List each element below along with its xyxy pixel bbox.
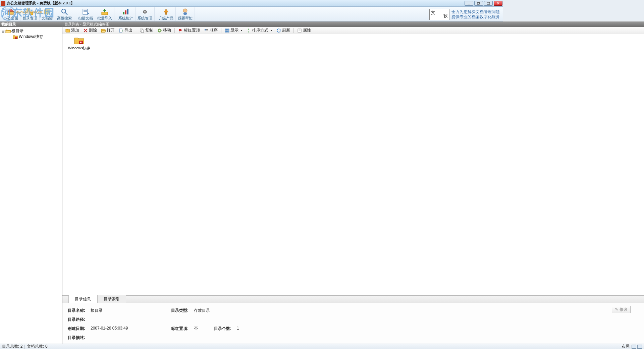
export-icon (119, 28, 123, 33)
list-sort-button[interactable]: 排序方式 (245, 27, 274, 34)
svg-rect-2 (477, 3, 479, 4)
toolbar-upgrade-button[interactable]: 升级产品 (157, 7, 176, 21)
svg-point-24 (144, 11, 146, 12)
svg-rect-43 (225, 31, 227, 32)
list-refresh-button[interactable]: 刷新 (275, 27, 292, 34)
svg-rect-22 (127, 9, 128, 14)
svg-rect-13 (83, 9, 88, 14)
banner-line1: 全力为您解决文档管理问题 (451, 9, 500, 14)
folder-icon (74, 36, 85, 45)
toolbar-scan-button[interactable]: 扫描文档 (76, 7, 95, 21)
svg-point-26 (183, 9, 187, 13)
toolbar-docbag-button[interactable]: 文档袋 (40, 7, 55, 21)
folder-open-icon (101, 28, 106, 33)
restore-button[interactable] (474, 1, 483, 6)
docbag-icon (44, 8, 51, 15)
toolbar-sysmgmt-button[interactable]: 系统管理 (136, 7, 155, 21)
help-icon (181, 8, 189, 15)
svg-rect-44 (227, 31, 229, 32)
tree-root[interactable]: ⊟ 根目录 (1, 28, 61, 34)
svg-marker-18 (103, 9, 106, 11)
toolbar-stats-button[interactable]: 系统统计 (116, 7, 136, 21)
folder-icon (13, 35, 18, 39)
toolbar-home-button[interactable]: 办公桌面 (1, 7, 20, 21)
svg-marker-45 (248, 29, 249, 30)
tree-collapse-icon[interactable]: ⊟ (1, 29, 5, 34)
close-button[interactable] (494, 1, 502, 6)
svg-rect-21 (125, 10, 126, 14)
list-open-button[interactable]: 打开 (99, 27, 116, 34)
svg-rect-37 (205, 29, 206, 30)
svg-marker-7 (8, 9, 14, 11)
svg-rect-34 (141, 30, 144, 33)
scan-icon (82, 8, 89, 15)
svg-rect-3 (487, 2, 490, 4)
folder-thumb[interactable]: Windows快存 (66, 36, 93, 51)
svg-rect-48 (298, 29, 301, 32)
import-icon (101, 8, 108, 15)
svg-rect-8 (27, 9, 30, 11)
list-toolbar: 添加删除打开导出复制移动标红置顶顺序显示排序方式刷新属性 (62, 27, 503, 34)
home-icon (7, 8, 14, 15)
svg-rect-17 (102, 12, 108, 15)
svg-rect-9 (30, 12, 33, 15)
svg-rect-53 (80, 42, 82, 43)
list-view-button[interactable]: 显示 (223, 27, 244, 34)
svg-rect-27 (183, 12, 187, 15)
svg-rect-20 (123, 12, 124, 14)
maximize-button[interactable] (484, 1, 493, 6)
svg-rect-28 (15, 37, 17, 39)
svg-rect-52 (80, 42, 81, 42)
svg-marker-46 (248, 32, 249, 33)
list-copy-button[interactable]: 复制 (138, 27, 155, 34)
list-order-button[interactable]: 顺序 (202, 27, 219, 34)
list-prop-button[interactable]: 属性 (296, 27, 313, 34)
svg-rect-6 (8, 11, 13, 14)
list-export-button[interactable]: 导出 (117, 27, 134, 34)
app-icon (1, 1, 5, 6)
svg-marker-25 (164, 9, 168, 14)
folder-thumb-label: Windows快存 (68, 46, 91, 51)
svg-marker-16 (88, 12, 89, 15)
svg-rect-31 (119, 29, 122, 32)
svg-rect-39 (206, 29, 208, 30)
list-del-button[interactable]: 删除 (82, 27, 99, 34)
chevron-down-icon (240, 30, 243, 31)
svg-marker-47 (280, 29, 281, 30)
right-panel: 目录列表 - 显示模式[缩略图] 添加删除打开导出复制移动标红置顶顺序显示排序方… (62, 21, 503, 272)
toolbar-help-button[interactable]: 我要帮忙 (176, 7, 195, 21)
list-move-button[interactable]: 移动 (156, 27, 173, 34)
main-toolbar: 办公桌面目录管理文档袋高级搜索扫描文档批量导入系统统计系统管理升级产品我要帮忙 … (0, 7, 503, 21)
tree-item[interactable]: Windows快存 (1, 34, 61, 40)
folder-add-icon (65, 28, 70, 33)
svg-point-11 (62, 9, 66, 13)
left-panel-title: 我的目录 (0, 21, 62, 27)
svg-rect-38 (205, 31, 206, 31)
search-icon (61, 8, 68, 15)
gear-icon (141, 8, 149, 15)
folder-tree-icon (26, 8, 34, 15)
list-header-title: 目录列表 - 显示模式[缩略图] (62, 21, 503, 27)
view-icon (225, 28, 229, 33)
svg-line-12 (65, 13, 67, 15)
toolbar-dir-button[interactable]: 目录管理 (20, 7, 40, 21)
window-titlebar: 办公文档管理系统 - 免费版【版本 2.9.1】 (0, 0, 503, 7)
folder-open-icon (5, 29, 11, 34)
list-pin-button[interactable]: 标红置顶 (176, 27, 202, 34)
delete-x-icon (83, 28, 88, 33)
minimize-button[interactable] (465, 1, 473, 6)
sort-icon (247, 28, 251, 33)
toolbar-advsearch-button[interactable]: 高级搜索 (55, 7, 74, 21)
flag-icon (178, 28, 183, 33)
toolbar-import-button[interactable]: 批量导入 (95, 7, 114, 21)
thumbnail-area[interactable]: Windows快存 (62, 34, 503, 272)
banner-line2: 提供专业的档案数字化服务 (451, 14, 500, 19)
properties-icon (297, 28, 302, 33)
window-title: 办公文档管理系统 - 免费版【版本 2.9.1】 (7, 1, 465, 6)
tree-item-label: Windows快存 (19, 34, 43, 40)
banner: 全力为您解决文档管理问题 提供专业的档案数字化服务 (429, 7, 502, 21)
directory-tree[interactable]: ⊟ 根目录 Windows快存 (0, 27, 62, 272)
stats-icon (122, 8, 129, 15)
brand-logo-icon (429, 9, 449, 20)
list-add-button[interactable]: 添加 (64, 27, 81, 34)
